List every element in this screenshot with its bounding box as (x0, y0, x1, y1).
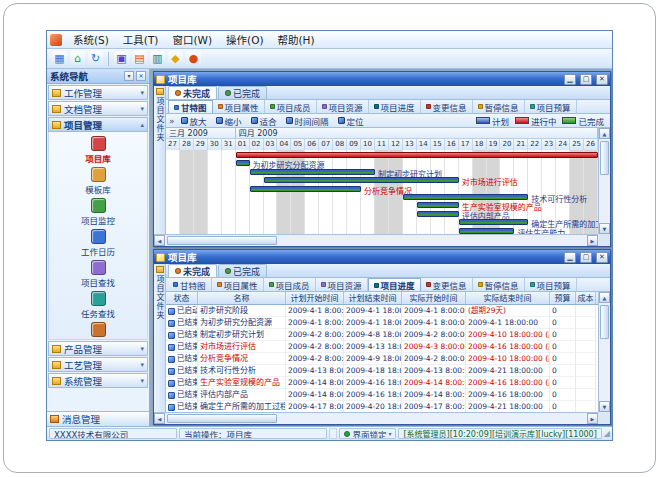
view-tab[interactable]: 甘特图 (168, 100, 213, 113)
scroll-down-icon[interactable]: ▼ (599, 223, 610, 234)
filter-tab[interactable]: 未完成 (168, 86, 217, 99)
sidebar-menu-icon[interactable]: ▾ (124, 71, 134, 81)
close-button[interactable]: ✕ (596, 252, 608, 263)
view-tab[interactable]: 项目成员 (264, 278, 316, 291)
scroll-left-icon[interactable]: ◀ (154, 413, 165, 424)
view-tab[interactable]: 项目属性 (212, 278, 264, 291)
scroll-right-icon[interactable]: ▶ (587, 235, 598, 246)
scrollbar-thumb[interactable] (167, 414, 277, 423)
table-row[interactable]: 已结束技术可行性分析2009-4-13 8:00:002009-4-18 18:… (166, 365, 598, 377)
view-tab[interactable]: 甘特图 (168, 278, 212, 291)
table-row[interactable]: 已结束确定生产所需的加工过程2009-4-17 8:00:002009-4-20… (166, 401, 598, 412)
overflow-chevron-icon[interactable]: » (169, 116, 175, 126)
refresh-icon[interactable]: ↻ (88, 51, 103, 66)
scrollbar-thumb[interactable] (600, 305, 609, 339)
scroll-up-icon[interactable]: ▲ (599, 292, 610, 303)
sidebar-tab-messages[interactable]: 消息管理 (47, 411, 149, 426)
gantt-bar[interactable] (264, 177, 459, 183)
table-row[interactable]: 已结束为初步研究分配资源2009-4-1 8:00:002009-4-1 18:… (166, 317, 598, 329)
gantt-bar[interactable] (250, 186, 361, 192)
calendar-icon[interactable]: ▤ (132, 51, 147, 66)
view-tab[interactable]: 暂停信息 (473, 278, 525, 291)
filter-tab[interactable]: 已完成 (218, 264, 267, 277)
view-tab[interactable]: 项目资源 (316, 278, 368, 291)
gantt-bar[interactable] (236, 152, 598, 158)
menu-item[interactable]: 窗口(W) (165, 31, 219, 48)
horizontal-scrollbar[interactable]: ◀ ▶ (154, 234, 598, 246)
chart-icon[interactable]: ▥ (150, 51, 165, 66)
resize-grip[interactable]: ◢ (604, 429, 610, 438)
gantt-tool[interactable]: 放大 (179, 115, 209, 127)
menu-item[interactable]: 操作(O) (219, 31, 270, 48)
gantt-bar[interactable] (403, 194, 528, 200)
scrollbar-thumb[interactable] (167, 236, 277, 245)
column-header[interactable]: 计划开始时间 (286, 292, 344, 305)
save-icon[interactable]: ▦ (52, 51, 67, 66)
column-header[interactable]: 预算 (550, 292, 576, 305)
sidebar-item[interactable]: 任务查找 (49, 291, 147, 319)
gantt-tool[interactable]: 缩小 (214, 115, 244, 127)
folder-tab[interactable]: 项目文件夹 (154, 86, 166, 234)
sidebar-group[interactable]: 系统管理▾ (48, 373, 148, 388)
lock-icon[interactable]: ◆ (168, 51, 183, 66)
scroll-right-icon[interactable]: ▶ (587, 413, 598, 424)
sidebar-item[interactable]: 工作日历 (49, 229, 147, 257)
scrollbar-thumb[interactable] (600, 141, 609, 175)
folder-tab[interactable]: 项目文件夹 (154, 264, 166, 412)
close-button[interactable]: ✕ (596, 74, 608, 85)
table-row[interactable]: 已结束评估内部产品2009-4-14 8:00:002009-4-16 18:0… (166, 389, 598, 401)
restore-button[interactable]: ▢ (580, 252, 592, 263)
view-tab[interactable]: 项目进度 (368, 278, 421, 291)
table-row[interactable]: 已结束生产实验室规模的产品2009-4-14 8:00:002009-4-16 … (166, 377, 598, 389)
stop-icon[interactable]: ● (186, 51, 201, 66)
table-row[interactable]: 已结束对市场进行评估2009-4-2 8:00:002009-4-13 18:0… (166, 341, 598, 353)
gantt-chart-area[interactable]: 为初步研究分配资源制定初步研究计划对市场进行评估分析竞争情况技术可行性分析生产实… (166, 150, 598, 234)
column-header[interactable]: 名称 (198, 292, 286, 305)
gantt-bar[interactable] (250, 169, 375, 175)
window-icon[interactable]: ▣ (114, 51, 129, 66)
column-header[interactable]: 实际开始时间 (402, 292, 466, 305)
gantt-tool[interactable]: 适合 (249, 115, 279, 127)
gantt-bar[interactable] (459, 228, 515, 234)
sidebar-group-project-management[interactable]: 项目管理 ▴ (48, 117, 148, 132)
filter-tab[interactable]: 未完成 (168, 264, 217, 277)
view-tab[interactable]: 变更信息 (421, 278, 473, 291)
gantt-tool[interactable]: 时间间隔 (284, 115, 331, 127)
scroll-down-icon[interactable]: ▼ (599, 401, 610, 412)
sidebar-item[interactable]: 项目查找 (49, 260, 147, 288)
sidebar-item[interactable]: 项目监控 (49, 198, 147, 226)
vertical-scrollbar[interactable]: ▲ ▼ (598, 128, 610, 234)
column-header[interactable]: 状态 (166, 292, 198, 305)
gantt-bar[interactable] (417, 211, 459, 217)
gantt-bar[interactable] (459, 219, 529, 225)
ui-lock-control[interactable]: 界面锁定 ▾ (339, 428, 396, 439)
gantt-bar[interactable] (236, 160, 250, 166)
view-tab[interactable]: 变更信息 (421, 100, 473, 113)
menu-item[interactable]: 系统(S) (66, 31, 116, 48)
sidebar-item[interactable]: 项目库 (49, 136, 147, 164)
table-row[interactable]: 已启动初步研究阶段2009-4-1 8:00:002009-4-1 18:00:… (166, 305, 598, 317)
scroll-left-icon[interactable]: ◀ (154, 235, 165, 246)
horizontal-scrollbar[interactable]: ◀ ▶ (154, 412, 598, 424)
minimize-button[interactable]: ▁ (564, 74, 576, 85)
restore-button[interactable]: ▢ (580, 74, 592, 85)
view-tab[interactable]: 项目预算 (525, 278, 577, 291)
table-row[interactable]: 已结束制定初步研究计划2009-4-2 8:00:002009-4-8 18:0… (166, 329, 598, 341)
sidebar-item[interactable]: 模板库 (49, 167, 147, 195)
sidebar-group[interactable]: 工艺管理▾ (48, 357, 148, 372)
view-tab[interactable]: 项目进度 (369, 100, 421, 113)
sidebar-close-icon[interactable]: ✕ (136, 71, 146, 81)
home-icon[interactable]: ⌂ (70, 51, 85, 66)
view-tab[interactable]: 项目属性 (213, 100, 265, 113)
window-titlebar[interactable]: 项目库 ▁ ▢ ✕ (154, 72, 610, 86)
column-header[interactable]: 计划结束时间 (344, 292, 402, 305)
menu-item[interactable]: 帮助(H) (271, 31, 322, 48)
column-header[interactable]: 实际结束时间 (466, 292, 550, 305)
sidebar-group[interactable]: 工作管理▾ (48, 85, 148, 100)
filter-tab[interactable]: 已完成 (218, 86, 267, 99)
column-header[interactable]: 成本 (576, 292, 596, 305)
view-tab[interactable]: 项目成员 (265, 100, 317, 113)
vertical-scrollbar[interactable]: ▲ ▼ (598, 292, 610, 412)
scroll-up-icon[interactable]: ▲ (599, 128, 610, 139)
view-tab[interactable]: 项目资源 (317, 100, 369, 113)
